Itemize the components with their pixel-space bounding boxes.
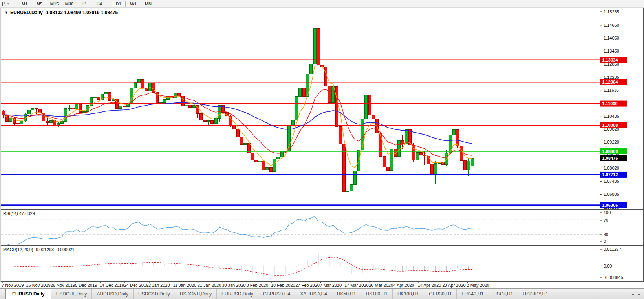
candle bbox=[372, 115, 375, 119]
chart-tabs: EURUSD,DailyUSDCHF,DailyAUDUSD,DailyUSDC… bbox=[0, 289, 553, 299]
date-tick-label: 11 Jan 2020 bbox=[173, 283, 196, 288]
chart-canvas[interactable]: 1.152651.146501.140501.134501.128501.122… bbox=[0, 0, 644, 299]
chart-tab-uk100-h1[interactable]: UK100,H1 bbox=[393, 289, 424, 299]
timeframe-button-h1[interactable]: H1 bbox=[77, 1, 91, 7]
candle bbox=[233, 126, 236, 129]
chart-tab-usoil-h1[interactable]: USOil,H1 bbox=[488, 289, 518, 299]
rsi-indicator-label: RSI(14) 47.0329 bbox=[3, 211, 35, 216]
timeframe-button-mn[interactable]: MN bbox=[141, 1, 156, 7]
price-badge-label: 1.07712 bbox=[602, 172, 618, 177]
date-tick-label: 8 Feb 2020 bbox=[247, 283, 269, 288]
toolbar: ▾ M1M5M15M30H1H4D1W1MN bbox=[0, 0, 644, 8]
candle bbox=[20, 121, 23, 124]
date-tick-label: 5 Dec 2019 bbox=[75, 283, 97, 288]
tab-scroll-right-icon[interactable]: ► bbox=[637, 292, 641, 296]
timeframe-button-h4[interactable]: H4 bbox=[92, 1, 106, 7]
candle bbox=[108, 93, 111, 101]
crosshair-tool-button[interactable]: ▾ bbox=[0, 0, 10, 7]
date-tick-label: 23 Apr 2020 bbox=[442, 283, 465, 288]
timeframe-button-d1[interactable]: D1 bbox=[112, 1, 126, 7]
candle bbox=[295, 97, 298, 120]
candle bbox=[214, 119, 217, 123]
chart-tab-hk50-h1[interactable]: HK50,H1 bbox=[332, 289, 361, 299]
candle bbox=[335, 87, 338, 127]
tab-scroll-left-icon[interactable]: ◄ bbox=[631, 292, 635, 296]
chart-tab-usdjpy-h1[interactable]: USDJPY,H1 bbox=[518, 289, 553, 299]
candle bbox=[390, 149, 393, 171]
candle bbox=[383, 156, 386, 167]
candle bbox=[346, 191, 349, 192]
timeframe-button-m5[interactable]: M5 bbox=[33, 1, 47, 7]
chart-tab-gbpusd-h4[interactable]: GBPUSD,H4 bbox=[258, 289, 295, 299]
toolbar-separator bbox=[109, 1, 109, 6]
chart-tab-bar: EURUSD,DailyUSDCHF,DailyAUDUSD,DailyUSDC… bbox=[0, 288, 644, 299]
candle bbox=[240, 137, 243, 144]
price-tick-label: 1.14650 bbox=[604, 23, 619, 27]
candle bbox=[464, 160, 467, 170]
date-tick-label: 17 Mar 2020 bbox=[344, 283, 369, 288]
chart-tab-usdcad-daily[interactable]: USDCAD,Daily bbox=[134, 289, 175, 299]
candle bbox=[266, 167, 269, 170]
candle bbox=[328, 86, 331, 102]
chart-tab-eurusd-daily[interactable]: EURUSD,Daily bbox=[5, 289, 51, 299]
timeframe-button-w1[interactable]: W1 bbox=[126, 1, 141, 7]
candle bbox=[258, 161, 261, 162]
price-tick-label: 1.15265 bbox=[604, 9, 619, 14]
candle bbox=[9, 118, 12, 121]
rsi-tick-label: 30 bbox=[604, 232, 608, 237]
candle bbox=[280, 151, 283, 157]
price-badge-label: 1.10008 bbox=[602, 123, 618, 128]
price-badge-label: 1.13034 bbox=[602, 58, 618, 62]
price-tick-label: 1.11635 bbox=[604, 88, 619, 93]
toolbar-grip[interactable] bbox=[13, 1, 16, 6]
price-badge-label: 1.06306 bbox=[602, 203, 618, 208]
timeframe-button-m1[interactable]: M1 bbox=[18, 1, 32, 7]
chart-tab-fra40-h1[interactable]: FRA40,H1 bbox=[457, 289, 488, 299]
candle bbox=[317, 28, 320, 65]
rsi-pane[interactable] bbox=[1, 210, 644, 246]
date-tick-label: 27 Feb 2020 bbox=[295, 283, 320, 288]
dropdown-caret-icon[interactable]: ▾ bbox=[7, 2, 9, 5]
candle bbox=[350, 185, 353, 191]
candle bbox=[35, 109, 38, 109]
candle bbox=[16, 124, 19, 124]
chart-tab-audusd-daily[interactable]: AUDUSD,Daily bbox=[92, 289, 134, 299]
date-tick-label: 2 May 2020 bbox=[467, 283, 489, 288]
rsi-tick-label: 100 bbox=[604, 210, 611, 215]
chart-tab-uk100-h1[interactable]: UK100,H1 bbox=[361, 289, 393, 299]
price-tick-label: 1.10435 bbox=[604, 114, 619, 119]
candle bbox=[97, 97, 100, 100]
candle bbox=[365, 95, 368, 119]
candle bbox=[273, 159, 276, 171]
main-chart-pane[interactable] bbox=[1, 8, 644, 210]
candle bbox=[387, 167, 390, 170]
candle bbox=[236, 129, 239, 137]
timeframe-button-m15[interactable]: M15 bbox=[48, 1, 62, 7]
candle bbox=[357, 150, 360, 171]
candle bbox=[332, 87, 335, 103]
candle bbox=[167, 97, 170, 99]
macd-tick-label: 0.011277 bbox=[604, 247, 621, 252]
price-tick-label: 1.09220 bbox=[604, 140, 619, 144]
candle bbox=[244, 143, 247, 144]
candle bbox=[196, 106, 199, 114]
title-caret-icon[interactable]: ▼ bbox=[5, 11, 8, 15]
candle bbox=[163, 99, 166, 102]
chart-tab-usdchf-daily[interactable]: USDCHF,Daily bbox=[51, 289, 92, 299]
candle bbox=[119, 106, 122, 109]
chart-tab-ger30-h1[interactable]: GER30,H1 bbox=[424, 289, 457, 299]
candle bbox=[313, 28, 316, 64]
candle bbox=[211, 120, 214, 123]
chart-tab-xauusd-h4[interactable]: XAUUSD,H4 bbox=[295, 289, 332, 299]
date-tick-label: 21 Jan 2020 bbox=[198, 283, 221, 288]
date-tick-label: 26 Mar 2020 bbox=[369, 283, 393, 288]
chart-tab-eurusd-daily[interactable]: EURUSD,Daily bbox=[217, 289, 258, 299]
date-tick-label: 2 Jan 2020 bbox=[148, 283, 170, 288]
price-badge-label: 1.11009 bbox=[602, 101, 618, 106]
chart-tab-usdcnh-daily[interactable]: USDCNH,Daily bbox=[175, 289, 217, 299]
candle bbox=[420, 152, 423, 155]
crosshair-icon bbox=[1, 1, 7, 7]
timeframe-button-m30[interactable]: M30 bbox=[62, 1, 77, 7]
candle bbox=[134, 82, 137, 88]
candle bbox=[192, 106, 195, 107]
